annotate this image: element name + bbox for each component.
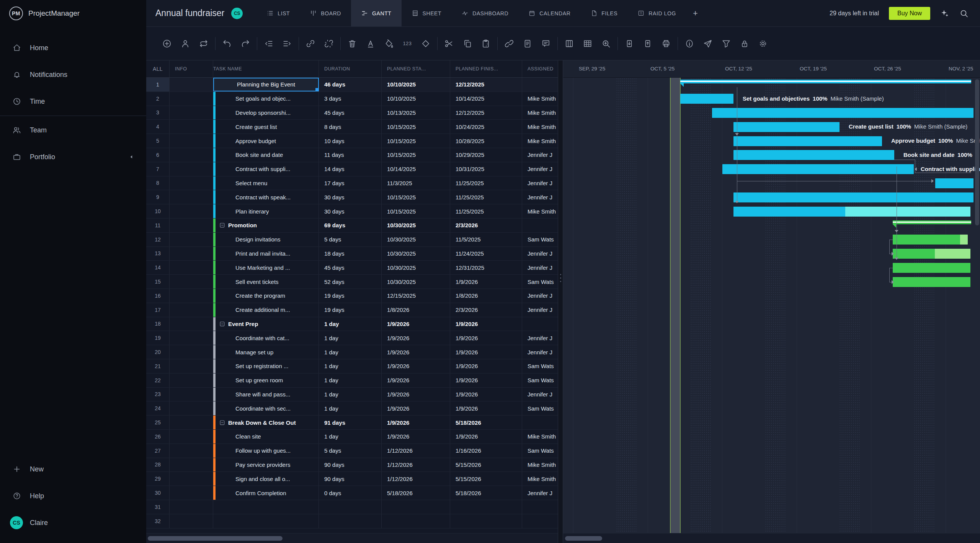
planned-start-cell[interactable]: 10/15/2025: [382, 134, 450, 148]
fill-color-button[interactable]: [384, 38, 394, 49]
assigned-cell[interactable]: Jennifer J: [522, 388, 558, 401]
duration-cell[interactable]: 0 days: [319, 486, 382, 500]
assigned-cell[interactable]: [522, 78, 558, 91]
duration-cell[interactable]: 90 days: [319, 458, 382, 472]
gantt-scroll-thumb[interactable]: [565, 536, 602, 541]
planned-start-cell[interactable]: 10/10/2025: [382, 78, 450, 91]
assigned-cell[interactable]: Jennifer J: [522, 345, 558, 359]
attachment-button[interactable]: [504, 38, 514, 49]
duration-cell[interactable]: [319, 500, 382, 514]
planned-finish-cell[interactable]: 12/31/2025: [450, 261, 522, 274]
duration-cell[interactable]: [319, 514, 382, 528]
assigned-cell[interactable]: Jennifer J: [522, 190, 558, 204]
tab-sheet[interactable]: SHEET: [402, 0, 452, 26]
duration-cell[interactable]: 1 day: [319, 401, 382, 415]
assigned-cell[interactable]: [522, 514, 558, 528]
assigned-cell[interactable]: Mike Smith: [522, 92, 558, 106]
task-name-cell[interactable]: Plan itinerary: [213, 204, 319, 218]
row-number-cell[interactable]: 14: [146, 261, 170, 274]
row-number-cell[interactable]: 30: [146, 486, 170, 500]
task-name-cell[interactable]: Set up green room: [213, 373, 319, 387]
planned-finish-cell[interactable]: 1/16/2026: [450, 444, 522, 458]
info-cell[interactable]: [170, 92, 213, 106]
row-number-cell[interactable]: 15: [146, 275, 170, 289]
assign-resource-button[interactable]: [180, 38, 191, 49]
task-name-cell[interactable]: Select menu: [213, 176, 319, 190]
column-header-duration[interactable]: DURATION: [319, 60, 382, 77]
row-number-cell[interactable]: 20: [146, 345, 170, 359]
assigned-cell[interactable]: Jennifer J: [522, 148, 558, 162]
sidebar-item-claire[interactable]: CSClaire: [0, 509, 146, 536]
info-cell[interactable]: [170, 261, 213, 274]
row-number-cell[interactable]: 28: [146, 458, 170, 472]
planned-finish-cell[interactable]: 10/24/2025: [450, 120, 522, 134]
info-cell[interactable]: [170, 204, 213, 218]
buy-now-button[interactable]: Buy Now: [889, 7, 930, 20]
info-cell[interactable]: [170, 134, 213, 148]
planned-finish-cell[interactable]: 11/25/2025: [450, 204, 522, 218]
planned-finish-cell[interactable]: 10/28/2025: [450, 134, 522, 148]
row-number-cell[interactable]: 7: [146, 162, 170, 176]
assigned-cell[interactable]: Sam Wats: [522, 233, 558, 246]
duration-cell[interactable]: 18 days: [319, 247, 382, 261]
planned-finish-cell[interactable]: 10/31/2025: [450, 162, 522, 176]
task-name-cell[interactable]: Coordinate with sec...: [213, 401, 319, 415]
assigned-cell[interactable]: Mike Smith: [522, 120, 558, 134]
planned-finish-cell[interactable]: 10/14/2025: [450, 92, 522, 106]
copy-button[interactable]: [462, 38, 473, 49]
tab-dashboard[interactable]: DASHBOARD: [451, 0, 518, 26]
duration-cell[interactable]: 90 days: [319, 472, 382, 486]
task-name-cell[interactable]: Sell event tickets: [213, 275, 319, 289]
column-header-all[interactable]: ALL: [146, 60, 170, 77]
add-task-button[interactable]: [162, 38, 172, 49]
duration-cell[interactable]: 14 days: [319, 162, 382, 176]
brand[interactable]: PM ProjectManager: [0, 0, 146, 27]
planned-finish-cell[interactable]: 11/24/2025: [450, 247, 522, 261]
info-cell[interactable]: [170, 275, 213, 289]
planned-finish-cell[interactable]: 1/9/2026: [450, 359, 522, 373]
planned-finish-cell[interactable]: 1/9/2026: [450, 373, 522, 387]
assigned-cell[interactable]: Sam Wats: [522, 444, 558, 458]
row-number-cell[interactable]: 2: [146, 92, 170, 106]
duration-cell[interactable]: 10 days: [319, 134, 382, 148]
add-view-tab-button[interactable]: +: [686, 0, 705, 26]
task-name-cell[interactable]: Clean site: [213, 430, 319, 444]
info-cell[interactable]: [170, 317, 213, 331]
selection-fill-handle[interactable]: [315, 88, 319, 91]
sidebar-item-home[interactable]: Home: [0, 34, 146, 61]
collapse-chevron-icon[interactable]: [127, 152, 136, 161]
notes-button[interactable]: [522, 38, 533, 49]
assigned-cell[interactable]: [522, 416, 558, 429]
assigned-cell[interactable]: Sam Wats: [522, 373, 558, 387]
sidebar-item-time[interactable]: Time: [0, 88, 146, 115]
summary-bar[interactable]: [680, 80, 971, 83]
paste-button[interactable]: [480, 38, 491, 49]
planned-start-cell[interactable]: 1/12/2026: [382, 444, 450, 458]
row-number-cell[interactable]: 11: [146, 219, 170, 232]
row-number-cell[interactable]: 25: [146, 416, 170, 429]
planned-start-cell[interactable]: 5/18/2026: [382, 486, 450, 500]
table-horizontal-scrollbar[interactable]: [146, 533, 558, 543]
planned-finish-cell[interactable]: 11/25/2025: [450, 190, 522, 204]
row-number-cell[interactable]: 12: [146, 233, 170, 246]
duration-cell[interactable]: 91 days: [319, 416, 382, 429]
task-name-cell[interactable]: Book site and date: [213, 148, 319, 162]
share-button[interactable]: [702, 38, 713, 49]
tab-files[interactable]: FILES: [580, 0, 627, 26]
info-button[interactable]: [684, 38, 695, 49]
task-name-cell[interactable]: Develop sponsorshi...: [213, 106, 319, 120]
gantt-task-bar[interactable]: [733, 207, 970, 217]
info-cell[interactable]: [170, 162, 213, 176]
info-cell[interactable]: [170, 458, 213, 472]
assigned-cell[interactable]: Mike Smith: [522, 106, 558, 120]
tab-calendar[interactable]: CALENDAR: [518, 0, 580, 26]
planned-start-cell[interactable]: 10/15/2025: [382, 120, 450, 134]
task-name-cell[interactable]: Design invitations: [213, 233, 319, 246]
project-owner-badge[interactable]: CS: [231, 8, 243, 19]
planned-start-cell[interactable]: 1/12/2026: [382, 458, 450, 472]
planned-finish-cell[interactable]: 1/9/2026: [450, 430, 522, 444]
task-name-cell[interactable]: Approve budget: [213, 134, 319, 148]
info-cell[interactable]: [170, 176, 213, 190]
planned-finish-cell[interactable]: 11/25/2025: [450, 176, 522, 190]
task-name-cell[interactable]: Set goals and objec...: [213, 92, 319, 106]
